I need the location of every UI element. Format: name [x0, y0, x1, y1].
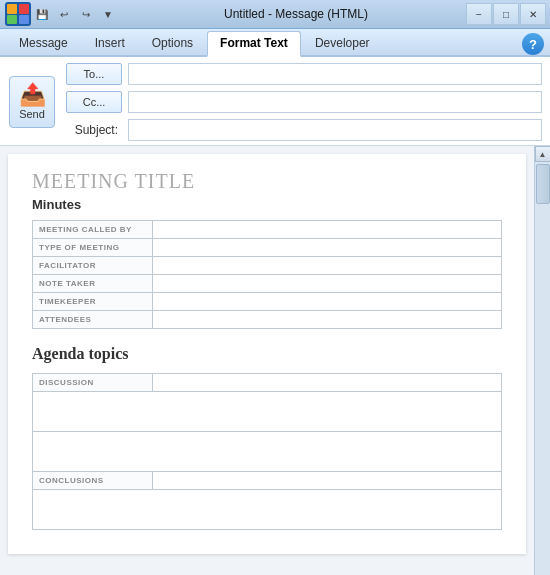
send-label: Send	[19, 108, 45, 120]
tab-developer[interactable]: Developer	[302, 31, 383, 55]
agenda-table: DISCUSSION CONCLUSIONS	[32, 373, 502, 530]
info-table: MEETING CALLED BY TYPE OF MEETING FACILI…	[32, 220, 502, 329]
minimize-button[interactable]: −	[466, 3, 492, 25]
scroll-up-arrow[interactable]: ▲	[535, 146, 551, 162]
undo-quick-btn[interactable]: ↩	[54, 4, 74, 24]
subject-label: Subject:	[66, 123, 122, 137]
ribbon-tabs: Message Insert Options Format Text Devel…	[0, 29, 550, 57]
scrollbar: ▲ ▼	[534, 146, 550, 575]
svg-rect-4	[19, 15, 29, 24]
to-row: To...	[66, 63, 542, 85]
quick-access-toolbar: 💾 ↩ ↪ ▼	[32, 4, 118, 24]
office-logo	[4, 2, 32, 26]
table-row: ATTENDEES	[33, 311, 502, 329]
table-row: DISCUSSION	[33, 374, 502, 392]
agenda-empty-cell[interactable]	[33, 432, 502, 472]
agenda-value[interactable]	[153, 374, 502, 392]
row-value[interactable]	[153, 293, 502, 311]
table-row: TYPE OF MEETING	[33, 239, 502, 257]
cc-button[interactable]: Cc...	[66, 91, 122, 113]
send-icon: 📤	[19, 84, 46, 106]
email-fields: To... Cc... Subject:	[66, 63, 542, 141]
row-value[interactable]	[153, 311, 502, 329]
to-input[interactable]	[128, 63, 542, 85]
tab-message[interactable]: Message	[6, 31, 81, 55]
row-label: NOTE TAKER	[33, 275, 153, 293]
svg-rect-3	[7, 15, 17, 24]
help-button[interactable]: ?	[522, 33, 544, 55]
window-controls: − □ ✕	[466, 3, 546, 25]
tab-options[interactable]: Options	[139, 31, 206, 55]
body-scroll[interactable]: MEETING TITLE Minutes MEETING CALLED BY …	[0, 146, 534, 575]
table-row: FACILITATOR	[33, 257, 502, 275]
minutes-label: Minutes	[32, 197, 502, 212]
row-value[interactable]	[153, 275, 502, 293]
row-label: ATTENDEES	[33, 311, 153, 329]
row-label: FACILITATOR	[33, 257, 153, 275]
table-row	[33, 490, 502, 530]
email-header: 📤 Send To... Cc... Subject:	[0, 57, 550, 146]
agenda-value[interactable]	[153, 472, 502, 490]
body-area: MEETING TITLE Minutes MEETING CALLED BY …	[0, 146, 550, 575]
close-button[interactable]: ✕	[520, 3, 546, 25]
table-row: CONCLUSIONS	[33, 472, 502, 490]
table-row: NOTE TAKER	[33, 275, 502, 293]
cc-input[interactable]	[128, 91, 542, 113]
tab-format-text[interactable]: Format Text	[207, 31, 301, 57]
more-quick-btn[interactable]: ▼	[98, 4, 118, 24]
agenda-empty-cell[interactable]	[33, 392, 502, 432]
agenda-label: DISCUSSION	[33, 374, 153, 392]
table-row: TIMEKEEPER	[33, 293, 502, 311]
title-bar: 💾 ↩ ↪ ▼ Untitled - Message (HTML) − □ ✕	[0, 0, 550, 29]
agenda-empty-cell[interactable]	[33, 490, 502, 530]
restore-button[interactable]: □	[493, 3, 519, 25]
scroll-thumb[interactable]	[536, 164, 550, 204]
table-row	[33, 392, 502, 432]
row-label: MEETING CALLED BY	[33, 221, 153, 239]
redo-quick-btn[interactable]: ↪	[76, 4, 96, 24]
svg-rect-1	[7, 4, 17, 14]
meeting-title: MEETING TITLE	[32, 170, 502, 193]
row-label: TIMEKEEPER	[33, 293, 153, 311]
email-body[interactable]: MEETING TITLE Minutes MEETING CALLED BY …	[8, 154, 526, 554]
row-value[interactable]	[153, 221, 502, 239]
to-button[interactable]: To...	[66, 63, 122, 85]
row-label: TYPE OF MEETING	[33, 239, 153, 257]
subject-input[interactable]	[128, 119, 542, 141]
svg-rect-2	[19, 4, 29, 14]
row-value[interactable]	[153, 239, 502, 257]
subject-row: Subject:	[66, 119, 542, 141]
row-value[interactable]	[153, 257, 502, 275]
agenda-title: Agenda topics	[32, 345, 502, 363]
save-quick-btn[interactable]: 💾	[32, 4, 52, 24]
table-row: MEETING CALLED BY	[33, 221, 502, 239]
agenda-label: CONCLUSIONS	[33, 472, 153, 490]
tab-insert[interactable]: Insert	[82, 31, 138, 55]
send-button[interactable]: 📤 Send	[9, 76, 55, 128]
window-title: Untitled - Message (HTML)	[126, 7, 466, 21]
table-row	[33, 432, 502, 472]
send-area: 📤 Send	[8, 63, 56, 141]
cc-row: Cc...	[66, 91, 542, 113]
